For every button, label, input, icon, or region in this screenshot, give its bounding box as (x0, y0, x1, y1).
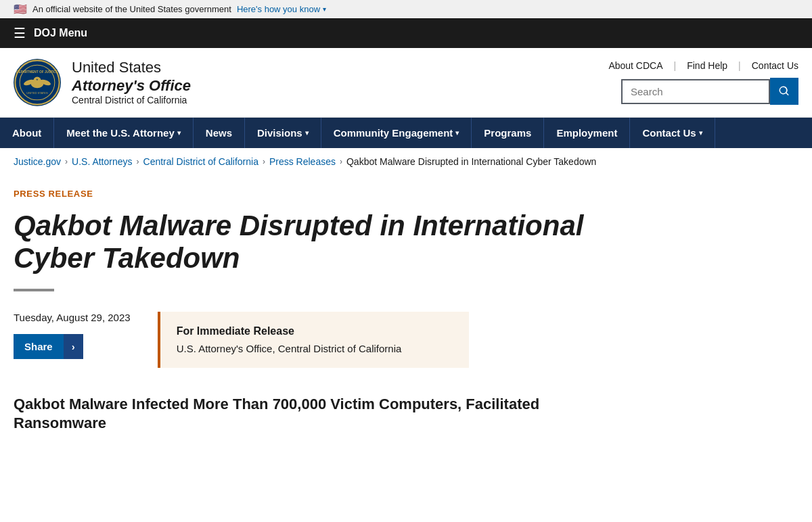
separator: | (674, 60, 677, 71)
breadcrumb: Justice.gov › U.S. Attorneys › Central D… (0, 148, 812, 175)
nav-item-meet-attorney[interactable]: Meet the U.S. Attorney ▾ (54, 118, 193, 148)
nav-item-employment-label: Employment (556, 127, 617, 139)
doj-menu-bar: ☰ DOJ Menu (0, 18, 812, 48)
nav-item-community-engagement-label: Community Engagement (334, 127, 453, 139)
header-right: About CDCA | Find Help | Contact Us (608, 60, 798, 105)
chevron-down-icon: ▾ (177, 129, 181, 137)
top-banner: 🇺🇸 An official website of the United Sta… (0, 0, 812, 18)
nav-item-employment[interactable]: Employment (544, 118, 630, 148)
nav-item-community-engagement[interactable]: Community Engagement ▾ (321, 118, 472, 148)
breadcrumb-justicegov[interactable]: Justice.gov (14, 156, 61, 167)
nav-item-about-label: About (12, 127, 41, 139)
svg-text:UNITED STATES: UNITED STATES (26, 91, 48, 95)
breadcrumb-separator3: › (263, 157, 265, 166)
release-box: For Immediate Release U.S. Attorney's Of… (158, 312, 469, 368)
share-button[interactable]: Share › (14, 334, 83, 359)
breadcrumb-separator1: › (65, 157, 68, 166)
article-title: Qakbot Malware Disrupted in Internationa… (14, 210, 623, 275)
search-input[interactable] (621, 79, 770, 104)
meta-and-release: Tuesday, August 29, 2023 Share › For Imm… (14, 312, 771, 368)
nav-item-news[interactable]: News (194, 118, 245, 148)
doj-seal: DEPARTMENT OF JUSTICE UNITED STATES ★ (14, 59, 61, 106)
chevron-down-icon4: ▾ (699, 129, 702, 137)
site-title-line1: United States (72, 59, 191, 76)
meta-left: Tuesday, August 29, 2023 Share › (14, 312, 131, 359)
nav-item-contact-us[interactable]: Contact Us ▾ (630, 118, 715, 148)
us-flag-icon: 🇺🇸 (14, 3, 27, 16)
release-office: U.S. Attorney's Office, Central District… (177, 343, 453, 354)
for-immediate-release-heading: For Immediate Release (177, 325, 453, 337)
search-button[interactable] (770, 78, 798, 105)
how-to-know-text: Here's how you know (237, 4, 320, 14)
title-divider (14, 289, 54, 291)
chevron-down-icon: ▾ (323, 5, 326, 13)
nav-item-divisions-label: Divisions (257, 127, 302, 139)
contact-us-header-link[interactable]: Contact Us (752, 60, 798, 71)
nav-item-contact-us-label: Contact Us (642, 127, 696, 139)
main-content: PRESS RELEASE Qakbot Malware Disrupted i… (0, 175, 785, 460)
breadcrumb-us-attorneys[interactable]: U.S. Attorneys (72, 156, 132, 167)
main-nav: About Meet the U.S. Attorney ▾ News Divi… (0, 118, 812, 148)
breadcrumb-press-releases[interactable]: Press Releases (269, 156, 336, 167)
header-links: About CDCA | Find Help | Contact Us (608, 60, 798, 71)
share-label: Share (14, 334, 64, 359)
find-help-link[interactable]: Find Help (687, 60, 727, 71)
search-bar (621, 78, 798, 105)
logo-area: DEPARTMENT OF JUSTICE UNITED STATES ★ Un… (14, 59, 191, 106)
chevron-down-icon2: ▾ (305, 129, 309, 137)
site-header: DEPARTMENT OF JUSTICE UNITED STATES ★ Un… (0, 48, 812, 118)
nav-item-meet-attorney-label: Meet the U.S. Attorney (66, 127, 174, 139)
article-date: Tuesday, August 29, 2023 (14, 312, 131, 323)
nav-item-programs[interactable]: Programs (472, 118, 544, 148)
breadcrumb-current: Qakbot Malware Disrupted in Internationa… (346, 156, 596, 167)
site-title: United States Attorney's Office Central … (72, 59, 191, 106)
chevron-down-icon3: ▾ (455, 129, 459, 137)
separator2: | (738, 60, 741, 71)
nav-item-about[interactable]: About (0, 118, 54, 148)
hamburger-icon[interactable]: ☰ (14, 25, 26, 41)
doj-menu-label: DOJ Menu (34, 27, 87, 39)
press-release-tag: PRESS RELEASE (14, 189, 771, 199)
breadcrumb-separator4: › (340, 157, 342, 166)
svg-text:★: ★ (36, 78, 39, 81)
nav-item-programs-label: Programs (484, 127, 531, 139)
article-subheading: Qakbot Malware Infected More Than 700,00… (14, 395, 623, 433)
search-icon (778, 85, 790, 98)
nav-item-divisions[interactable]: Divisions ▾ (245, 118, 321, 148)
nav-item-news-label: News (206, 127, 232, 139)
breadcrumb-central-district[interactable]: Central District of California (143, 156, 258, 167)
breadcrumb-separator2: › (137, 157, 139, 166)
official-website-text: An official website of the United States… (32, 4, 231, 14)
site-title-line3: Central District of California (72, 95, 191, 106)
site-title-line2: Attorney's Office (72, 77, 191, 95)
about-cdca-link[interactable]: About CDCA (608, 60, 662, 71)
how-to-know-link[interactable]: Here's how you know ▾ (237, 4, 326, 14)
share-arrow-icon: › (64, 334, 83, 359)
svg-text:DEPARTMENT OF JUSTICE: DEPARTMENT OF JUSTICE (16, 70, 58, 74)
